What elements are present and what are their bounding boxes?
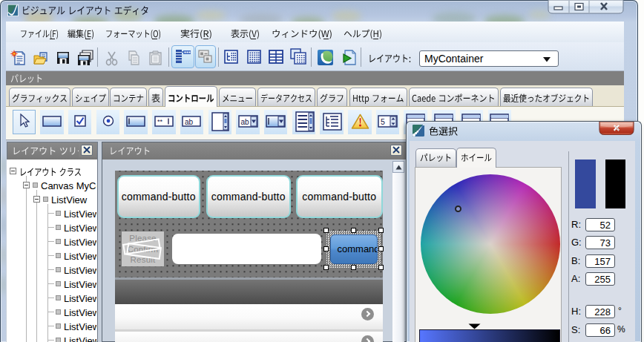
svg-text:**: ** xyxy=(157,118,163,125)
svg-text:ab: ab xyxy=(185,118,194,126)
svg-text:5: 5 xyxy=(381,117,385,126)
svg-text:ab: ab xyxy=(240,118,249,126)
